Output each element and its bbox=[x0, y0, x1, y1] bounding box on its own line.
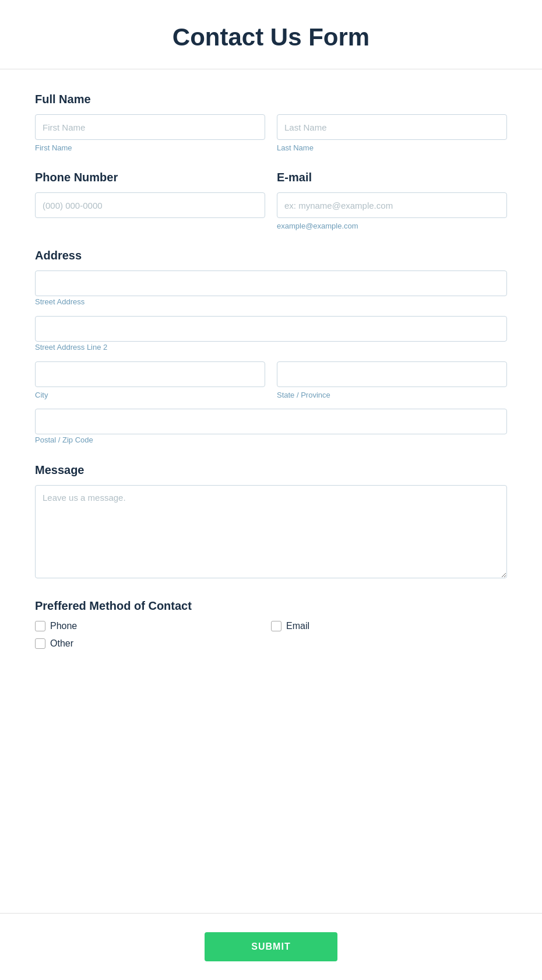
checkbox-phone-label: Phone bbox=[50, 621, 77, 631]
city-input[interactable] bbox=[35, 361, 265, 387]
lastname-sublabel: Last Name bbox=[277, 143, 507, 152]
checkbox-phone-item: Phone bbox=[35, 621, 271, 631]
form-area: Full Name First Name Last Name Phone Num… bbox=[0, 69, 542, 702]
firstname-sublabel: First Name bbox=[35, 143, 265, 152]
submit-button[interactable]: SUBMIT bbox=[205, 932, 337, 961]
firstname-input[interactable] bbox=[35, 114, 265, 140]
postal-sublabel: Postal / Zip Code bbox=[35, 435, 93, 444]
footer-bar: SUBMIT bbox=[0, 913, 542, 980]
header: Contact Us Form bbox=[0, 0, 542, 69]
street1-input[interactable] bbox=[35, 271, 507, 296]
postal-input[interactable] bbox=[35, 409, 507, 434]
postal-row: Postal / Zip Code bbox=[35, 409, 507, 445]
address-section: Address Street Address Street Address Li… bbox=[35, 249, 507, 445]
state-sublabel: State / Province bbox=[277, 391, 507, 399]
fullname-row: First Name Last Name bbox=[35, 114, 507, 152]
phone-email-section: Phone Number E-mail example@example.com bbox=[35, 171, 507, 230]
fullname-section: Full Name First Name Last Name bbox=[35, 93, 507, 152]
address-label: Address bbox=[35, 249, 507, 262]
page-title: Contact Us Form bbox=[35, 23, 507, 51]
checkbox-other-label: Other bbox=[50, 638, 73, 649]
city-col: City bbox=[35, 361, 265, 399]
fullname-label: Full Name bbox=[35, 93, 507, 106]
lastname-col: Last Name bbox=[277, 114, 507, 152]
contact-method-label: Preffered Method of Contact bbox=[35, 599, 507, 613]
checkbox-email-item: Email bbox=[271, 621, 507, 631]
street2-input[interactable] bbox=[35, 316, 507, 342]
state-input[interactable] bbox=[277, 361, 507, 387]
checkbox-phone[interactable] bbox=[35, 621, 45, 631]
phone-email-row: Phone Number E-mail example@example.com bbox=[35, 171, 507, 230]
email-label: E-mail bbox=[277, 171, 507, 184]
email-col: E-mail example@example.com bbox=[277, 171, 507, 230]
lastname-input[interactable] bbox=[277, 114, 507, 140]
firstname-col: First Name bbox=[35, 114, 265, 152]
phone-label: Phone Number bbox=[35, 171, 265, 184]
city-state-row: City State / Province bbox=[35, 361, 507, 399]
contact-method-section: Preffered Method of Contact Phone Email … bbox=[35, 599, 507, 649]
email-note: example@example.com bbox=[277, 222, 507, 230]
checkbox-email-label: Email bbox=[286, 621, 309, 631]
checkbox-group: Phone Email Other bbox=[35, 621, 507, 649]
street2-row: Street Address Line 2 bbox=[35, 316, 507, 352]
message-label: Message bbox=[35, 463, 507, 477]
checkbox-other-item: Other bbox=[35, 638, 271, 649]
phone-col: Phone Number bbox=[35, 171, 265, 230]
message-section: Message bbox=[35, 463, 507, 581]
message-textarea[interactable] bbox=[35, 485, 507, 578]
email-input[interactable] bbox=[277, 192, 507, 218]
phone-input[interactable] bbox=[35, 192, 265, 218]
street1-row: Street Address bbox=[35, 271, 507, 307]
checkbox-other[interactable] bbox=[35, 638, 45, 649]
state-col: State / Province bbox=[277, 361, 507, 399]
street2-sublabel: Street Address Line 2 bbox=[35, 343, 107, 352]
checkbox-email[interactable] bbox=[271, 621, 281, 631]
city-sublabel: City bbox=[35, 391, 265, 399]
street1-sublabel: Street Address bbox=[35, 297, 85, 306]
page-container: Contact Us Form Full Name First Name Las… bbox=[0, 0, 542, 980]
